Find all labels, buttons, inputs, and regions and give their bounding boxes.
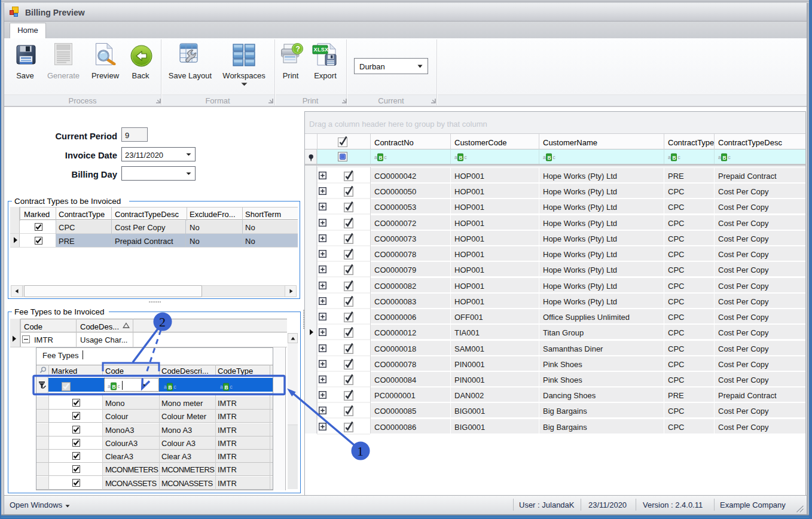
svg-text:2: 2 [159,315,166,329]
svg-text:1: 1 [357,444,364,459]
